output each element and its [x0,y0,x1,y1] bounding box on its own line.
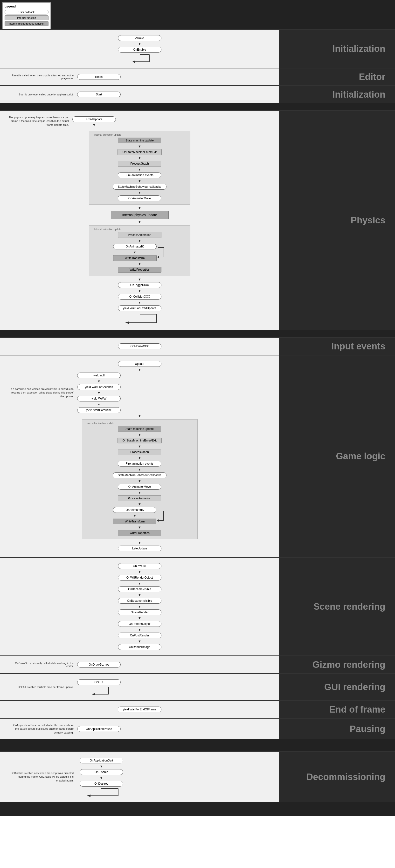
gizmo-label: Gizmo rendering [279,656,395,673]
node-on-animator-move-gl: OnAnimatorMove [118,484,161,490]
node-on-app-pause: OnApplicationPause [77,726,121,732]
svg-marker-19 [92,693,95,695]
node-reset: Reset [77,74,121,80]
node-on-render-object: OnRenderObject [118,621,162,627]
gizmo-desc: OnDrawGizmos is only called while workin… [10,662,77,668]
node-onenable: OnEnable [118,47,162,53]
svg-marker-11 [125,321,129,324]
gizmo-left: OnDrawGizmos is only called while workin… [0,656,279,673]
scene-label: Scene rendering [279,558,395,655]
physics-fixed-update: FixedUpdate ▼ [73,116,116,127]
scene-flow: OnPreCull ▼ OnWillRenderObject ▼ OnBecam… [118,562,162,651]
decom-row: OnDisable is called only when the script… [10,757,270,797]
input-left: OnMouseXXX [0,338,279,355]
separator-1 [0,103,395,110]
node-on-animator-move-1: OnAnimatorMove [118,195,161,201]
inner-anim-box-gl: Internal animation update State machine … [82,419,198,539]
section-initialization1: Awake ▼ OnEnable Initialization [0,29,395,68]
node-write-transform-gl: WriteTransform [113,519,157,524]
node-update: Update [118,361,162,367]
svg-marker-7 [157,256,159,258]
separator-2 [0,330,395,337]
coroutine-row: If a coroutine has yielded previously bu… [10,372,270,414]
physics-label: Physics [279,111,395,330]
legend-internal-function: Internal function [5,16,49,20]
node-process-animation-1: ProcessAnimation [118,232,162,238]
node-on-disable: OnDisable [80,769,123,775]
decom-desc: OnDisable is called only when the script… [10,771,77,782]
node-state-machine-beh-1: StateMachineBehaviour callbacks [113,184,166,190]
node-on-became-invisible: OnBecameInvisible [118,598,162,603]
pausing-label: Pausing [279,719,395,739]
section-physics: The physics cycle may happen more than o… [0,110,395,330]
top-bar [0,0,395,29]
node-write-properties-gl: WriteProperties [118,530,161,536]
input-flow: OnMouseXXX [118,343,162,350]
physics-desc: The physics cycle may happen more than o… [5,116,73,127]
eof-flow: yield WaitForEndOfFrame [118,706,161,713]
node-write-transform-1: WriteTransform [113,255,157,261]
node-fixed-update: FixedUpdate [73,116,116,122]
init2-label: Initialization [279,86,395,103]
init2-desc: Start is only ever called once for a giv… [10,93,77,96]
editor-left: Reset is called when the script is attac… [0,68,279,85]
node-internal-physics: Internal physics update [111,211,169,219]
node-on-state-machine-1: OnStateMachineEnter/Exit [117,149,162,155]
coroutine-desc: If a coroutine has yielded previously bu… [10,387,77,398]
node-on-pre-render: OnPreRender [118,610,162,615]
node-on-app-quit: OnApplicationQuit [80,757,123,764]
legend: Legend User callback Internal function I… [2,2,51,29]
node-process-animation-gl: ProcessAnimation [118,495,161,501]
physics-loop-svg [116,313,164,325]
input-label: Input events [279,338,395,355]
node-yield-wait-fixed: yield WaitForFixedUpdate [118,305,162,311]
scene-left: OnPreCull ▼ OnWillRenderObject ▼ OnBecam… [0,558,279,655]
editor-flow: Reset [77,73,121,81]
legend-title: Legend [5,5,49,8]
svg-marker-3 [133,61,135,63]
inner-anim-title-gl: Internal animation update [87,422,114,425]
ik-loop-svg-gl [157,508,166,523]
node-fire-anim-events-1: Fire animation events [118,172,161,178]
section-end-of-frame: yield WaitForEndOfFrame End of frame [0,700,395,718]
eof-left: yield WaitForEndOfFrame [0,701,279,718]
init1-flow: Awake ▼ OnEnable [118,34,162,63]
pausing-row: OnApplicationPause is called after the f… [10,723,270,735]
node-yield-www: yield WWW [77,396,121,401]
inner-anim-title-2: Internal animation update [94,228,121,230]
init2-row: Start is only ever called once for a giv… [10,91,270,98]
init2-left: Start is only ever called once for a giv… [0,86,279,103]
node-yield-null: yield null [77,373,121,378]
eof-label: End of frame [279,701,395,718]
node-yield-start-coroutine: yield StartCoroutine [77,407,121,413]
node-on-post-render: OnPostRender [118,632,162,638]
node-fire-anim-events-gl: Fire animation events [118,461,161,467]
node-yield-wait-seconds: yield WaitForSeconds [77,384,121,390]
section-scene-rendering: OnPreCull ▼ OnWillRenderObject ▼ OnBecam… [0,557,395,655]
node-start: Start [77,92,121,97]
game-logic-label: Game logic [279,355,395,557]
node-process-graph-1: ProcessGraph [118,161,161,166]
separator-3 [0,739,395,751]
section-gizmo: OnDrawGizmos is only called while workin… [0,655,395,673]
gui-loop-svg [84,686,113,695]
ik-transform-row-1: OnAnimatorIK ▼ WriteTransform [113,243,166,262]
node-on-pre-cull: OnPreCull [118,563,162,569]
page: Legend User callback Internal function I… [0,0,395,816]
node-state-machine-beh-gl: StateMachineBehaviour callbacks [113,472,166,478]
game-logic-left: Update ▼ If a coroutine has yielded prev… [0,355,279,557]
section-game-logic: Update ▼ If a coroutine has yielded prev… [0,355,395,557]
gizmo-row: OnDrawGizmos is only called while workin… [10,661,270,668]
node-on-render-image: OnRenderImage [118,644,162,650]
node-on-will-render: OnWillRenderObject [118,575,162,581]
node-write-properties-1: WriteProperties [118,267,162,273]
gui-left: OnGUI is called multiple time per frame … [0,674,279,700]
section-input-events: OnMouseXXX Input events [0,337,395,355]
section-decommissioning: OnDisable is called only when the script… [0,751,395,802]
node-yield-wait-end-of-frame: yield WaitForEndOfFrame [118,707,161,712]
editor-label: Editor [279,68,395,85]
node-state-machine-update-gl: State machine update [118,426,161,432]
legend-user-callback: User callback [5,10,49,14]
node-late-update: LateUpdate [118,546,162,551]
svg-marker-15 [157,519,159,522]
